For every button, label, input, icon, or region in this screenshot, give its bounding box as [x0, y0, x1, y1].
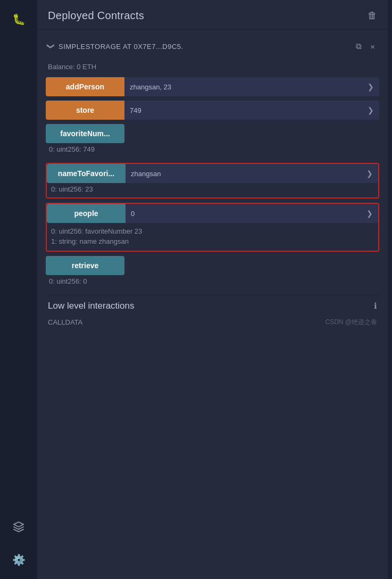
name-to-favori-row: nameToFavori... zhangsan ❯: [47, 164, 378, 183]
plugin-icon[interactable]: [10, 518, 27, 535]
name-to-favori-section: nameToFavori... zhangsan ❯ 0: uint256: 2…: [46, 163, 379, 198]
close-contract-icon[interactable]: ×: [368, 41, 377, 52]
favorite-num-result-label: 0:: [49, 145, 55, 153]
store-chevron[interactable]: ❯: [362, 101, 379, 120]
retrieve-row: retrieve: [46, 256, 379, 275]
low-level-title: Low level interactions: [48, 301, 135, 311]
people-result-1: 1: string: name zhangsan: [51, 236, 374, 246]
store-button[interactable]: store: [46, 101, 124, 120]
people-results: 0: uint256: favoriteNumber 23 1: string:…: [47, 223, 378, 251]
sidebar: 🐛 ⚙️: [0, 0, 37, 579]
people-result-0-value: uint256: favoriteNumber 23: [59, 227, 142, 235]
calldata-row: CALLDATA CSDN @绝迹之春: [48, 316, 377, 329]
favorite-num-result: 0: uint256: 749: [46, 143, 379, 159]
watermark: CSDN @绝迹之春: [325, 318, 377, 327]
people-input[interactable]: 0: [126, 204, 361, 223]
add-person-row: addPerson zhangsan, 23 ❯: [46, 77, 379, 96]
name-to-favori-result-label: 0:: [51, 185, 57, 193]
balance-display: Balance: 0 ETH: [46, 61, 379, 77]
chevron-down-icon: ❯: [368, 106, 374, 114]
contract-header-row: ❯ SIMPLESTORAGE AT 0X7E7...D9C5. ⧉ ×: [46, 36, 379, 56]
favorite-num-button[interactable]: favoriteNum...: [46, 124, 124, 143]
retrieve-result-label: 0:: [49, 277, 55, 285]
people-row: people 0 ❯: [47, 204, 378, 223]
people-result-1-value: string: name zhangsan: [59, 237, 129, 245]
info-icon[interactable]: ℹ: [374, 301, 377, 311]
people-chevron[interactable]: ❯: [361, 204, 378, 223]
contract-section: ❯ SIMPLESTORAGE AT 0X7E7...D9C5. ⧉ × Bal…: [37, 30, 388, 579]
favorite-num-section: favoriteNum... 0: uint256: 749: [46, 124, 379, 159]
low-level-section: Low level interactions ℹ CALLDATA CSDN @…: [46, 295, 379, 329]
copy-address-icon[interactable]: ⧉: [354, 40, 364, 52]
low-level-header: Low level interactions ℹ: [48, 301, 377, 311]
people-section: people 0 ❯ 0: uint256: favoriteNumber 23…: [46, 203, 379, 252]
contract-name: SIMPLESTORAGE AT 0X7E7...D9C5.: [59, 43, 349, 51]
chevron-down-icon: ❯: [366, 169, 373, 178]
retrieve-result-value: uint256: 0: [56, 277, 87, 285]
name-to-favori-result-value: uint256: 23: [59, 185, 93, 193]
contract-collapse-icon[interactable]: ❯: [47, 43, 55, 49]
bug-icon[interactable]: 🐛: [10, 11, 27, 28]
main-panel: Deployed Contracts 🗑 ❯ SIMPLESTORAGE AT …: [37, 0, 388, 579]
name-to-favori-input[interactable]: zhangsan: [126, 164, 361, 183]
add-person-input[interactable]: zhangsan, 23: [124, 77, 362, 96]
people-button[interactable]: people: [47, 204, 126, 223]
settings-icon[interactable]: ⚙️: [10, 551, 27, 568]
retrieve-section: retrieve 0: uint256: 0: [46, 256, 379, 291]
chevron-down-icon: ❯: [366, 209, 373, 218]
trash-icon[interactable]: 🗑: [368, 10, 377, 21]
calldata-label: CALLDATA: [48, 318, 82, 326]
favorite-num-result-value: uint256: 749: [56, 145, 95, 153]
people-result-1-prefix: 1:: [51, 237, 59, 245]
page-title: Deployed Contracts: [48, 10, 144, 22]
name-to-favori-button[interactable]: nameToFavori...: [47, 164, 126, 183]
add-person-chevron[interactable]: ❯: [362, 77, 379, 96]
store-row: store 749 ❯: [46, 101, 379, 120]
retrieve-result: 0: uint256: 0: [46, 275, 379, 291]
name-to-favori-chevron[interactable]: ❯: [361, 164, 378, 183]
people-result-0-prefix: 0:: [51, 227, 59, 235]
people-result-0: 0: uint256: favoriteNumber 23: [51, 226, 374, 236]
scrollbar[interactable]: [388, 0, 392, 579]
store-input[interactable]: 749: [124, 101, 362, 120]
chevron-down-icon: ❯: [368, 82, 374, 91]
name-to-favori-result: 0: uint256: 23: [47, 183, 378, 197]
add-person-button[interactable]: addPerson: [46, 77, 124, 96]
favorite-num-row: favoriteNum...: [46, 124, 379, 143]
panel-header: Deployed Contracts 🗑: [37, 0, 388, 30]
retrieve-button[interactable]: retrieve: [46, 256, 124, 275]
